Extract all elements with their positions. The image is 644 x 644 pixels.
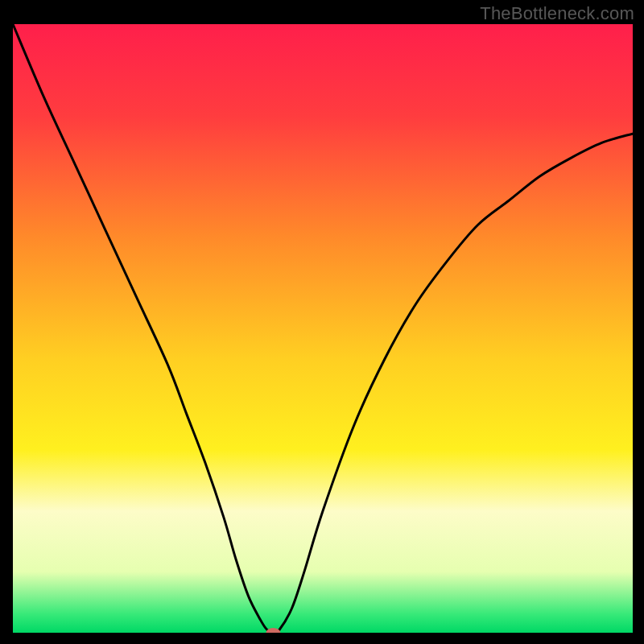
- watermark-text: TheBottleneck.com: [480, 3, 634, 24]
- gradient-background: [13, 24, 633, 633]
- chart-container: [13, 24, 633, 633]
- bottleneck-chart: [13, 24, 633, 633]
